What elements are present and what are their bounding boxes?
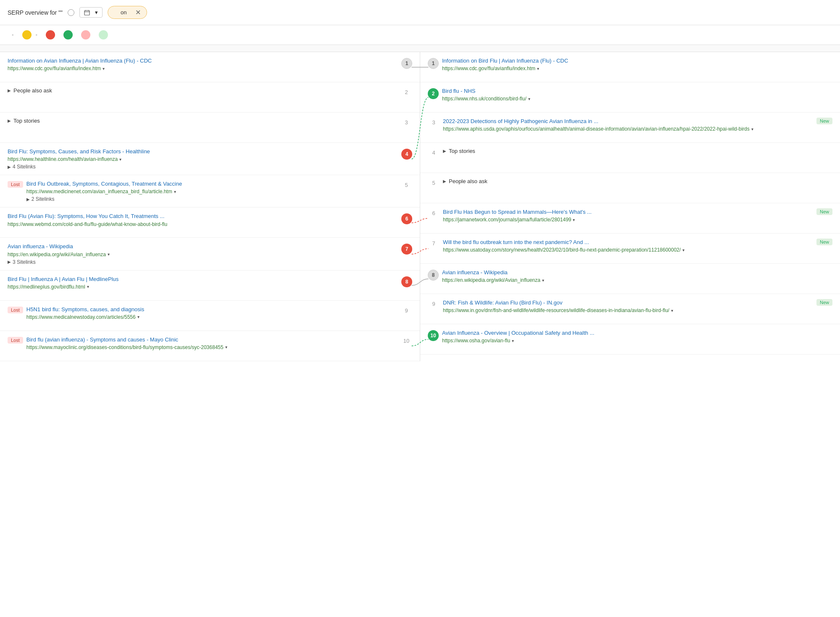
serp-url: https://www.cdc.gov/flu/avianflu/index.h… [442,66,832,71]
url-caret: ▾ [751,127,753,131]
url-caret: ▾ [537,66,539,71]
left-row-5: Lost Bird Flu Outbreak, Symptoms, Contag… [0,175,420,207]
serp-url: https://en.wikipedia.org/wiki/Avian_infl… [8,252,398,257]
url-text: https://www.medicalnewstoday.com/article… [26,314,136,320]
triangle-icon: ▶ [8,88,11,93]
triangle-icon: ▶ [8,118,11,123]
url-text: https://www.cdc.gov/flu/avianflu/index.h… [442,66,535,71]
dropdown-arrow: ▾ [95,9,98,16]
left-row-2: ▶ People also ask 2 [0,82,420,113]
right-row-7: 7 Will the bird flu outbreak turn into t… [420,234,840,264]
serp-special: ▶ People also ask [8,87,397,94]
serp-special: ▶ Top stories [8,118,397,124]
right-row-10: 10 Avian Influenza - Overview | Occupati… [420,324,840,354]
rank-circle-improved: 10 [428,330,439,341]
sitelinks[interactable]: ▶ 3 Sitelinks [8,259,398,265]
serp-url: https://www.aphis.usda.gov/aphis/ourfocu… [443,126,813,132]
url-caret: ▾ [225,345,227,349]
rank-circle-declined: 6 [401,213,412,224]
serp-title-link[interactable]: Information on Avian Influenza | Avian I… [8,57,398,65]
serp-url: https://www.medicalnewstoday.com/article… [26,314,397,320]
url-text: https://www.medicinenet.com/avian_influe… [26,189,172,194]
serp-title-link[interactable]: Avian influenza - Wikipedia [442,269,832,276]
url-caret: ▾ [174,189,176,194]
serp-url: https://www.nhs.uk/conditions/bird-flu/▾ [442,96,832,102]
right-column: 1 Information on Bird Flu | Avian Influe… [420,52,840,361]
url-caret: ▾ [87,284,89,289]
compare-close-button[interactable]: ✕ [135,8,141,16]
serp-special: ▶ People also ask [443,178,832,184]
lost-badge-row: Lost [8,181,23,188]
svg-rect-0 [84,11,90,15]
url-text: https://en.wikipedia.org/wiki/Avian_infl… [8,252,106,257]
right-row-5: 5 ▶ People also ask [420,173,840,203]
rank-circle-improved: 2 [428,88,439,99]
serp-url: https://www.osha.gov/avian-flu▾ [442,338,832,344]
serp-title-link[interactable]: 2022-2023 Detections of Highly Pathogeni… [443,118,813,125]
rank-number: 2 [400,88,412,95]
rank-number: 10 [400,337,412,344]
sitelinks[interactable]: ▶ 4 Sitelinks [8,164,398,170]
new-badge-row: New [816,208,832,215]
lost-badge-row: Lost [8,307,23,313]
serp-title-link[interactable]: Bird Flu | Influenza A | Avian Flu | Med… [8,276,398,283]
url-text: https://www.osha.gov/avian-flu [442,338,510,344]
serp-title-link[interactable]: Bird flu - NHS [442,87,832,95]
help-icon[interactable] [68,9,74,16]
serp-url: https://www.cdc.gov/flu/avianflu/index.h… [8,66,398,71]
serp-title-link[interactable]: Bird Flu Has Begun to Spread in Mammals—… [443,208,813,216]
serp-title-link[interactable]: Avian Influenza - Overview | Occupationa… [442,329,832,337]
rank-number: 5 [428,179,440,186]
serp-title-link[interactable]: Bird Flu (Avian Flu): Symptoms, How You … [8,213,398,220]
similarity-badge [22,30,32,39]
lost-badge [81,30,90,39]
serp-url: https://www.mayoclinic.org/diseases-cond… [26,344,397,350]
url-text: https://www.cdc.gov/flu/avianflu/index.h… [8,66,101,71]
rank-number: 3 [400,118,412,126]
serp-special: ▶ Top stories [443,148,832,154]
rank-number: 5 [400,181,412,188]
sitelinks[interactable]: ▶ 2 Sitelinks [26,196,397,202]
date-picker[interactable]: ▾ [79,7,103,18]
left-row-6: Bird Flu (Avian Flu): Symptoms, How You … [0,207,420,238]
new-badge-row: New [816,239,832,245]
serp-title-link[interactable]: H5N1 bird flu: Symptoms, causes, and dia… [26,306,397,313]
rank-number: 4 [428,149,440,156]
left-row-3: ▶ Top stories 3 [0,113,420,143]
rank-number: 6 [428,209,440,216]
url-caret: ▾ [103,66,105,71]
left-row-4: Bird Flu: Symptoms, Causes, and Risk Fac… [0,143,420,175]
url-caret: ▾ [542,278,544,283]
url-caret: ▾ [682,248,685,252]
url-caret: ▾ [528,97,530,101]
right-row-1: 1 Information on Bird Flu | Avian Influe… [420,52,840,82]
serp-title-link[interactable]: Information on Bird Flu | Avian Influenz… [442,57,832,65]
url-caret: ▾ [119,157,121,162]
left-row-8: Bird Flu | Influenza A | Avian Flu | Med… [0,270,420,301]
columns-header [0,45,840,52]
new-badge [63,30,73,39]
rank-number: 9 [400,307,412,314]
rank-circle-stable: 1 [428,58,439,69]
serp-title-link[interactable]: DNR: Fish & Wildlife: Avian Flu (Bird Fl… [443,299,813,307]
lost-badge-row: Lost [8,337,23,344]
right-row-8: 8 Avian influenza - Wikipedia https://en… [420,264,840,294]
rank-circle-declined: 7 [401,244,412,255]
serp-title-link[interactable]: Bird Flu Outbreak, Symptoms, Contagious,… [26,180,397,188]
triangle-icon: ▶ [443,179,446,184]
compare-banner: on ✕ [108,6,147,19]
stats-bar: • • [0,25,840,45]
calendar-icon [84,10,90,16]
serp-title-link[interactable]: Bird flu (avian influenza) - Symptoms an… [26,336,397,344]
url-caret: ▾ [108,252,110,257]
serp-title-link[interactable]: Bird Flu: Symptoms, Causes, and Risk Fac… [8,148,398,155]
new-badge-row: New [816,118,832,124]
serp-url: https://www.webmd.com/cold-and-flu/flu-g… [8,221,398,227]
rank-number: 9 [428,300,440,307]
serp-title-link[interactable]: Avian influenza - Wikipedia [8,243,398,250]
right-row-2: 2 Bird flu - NHS https://www.nhs.uk/cond… [420,82,840,113]
url-text: https://www.in.gov/dnr/fish-and-wildlife… [443,307,669,313]
serp-title-link[interactable]: Will the bird flu outbreak turn into the… [443,239,813,246]
compare-on: on [121,9,126,16]
url-text: https://www.mayoclinic.org/diseases-cond… [26,344,224,350]
